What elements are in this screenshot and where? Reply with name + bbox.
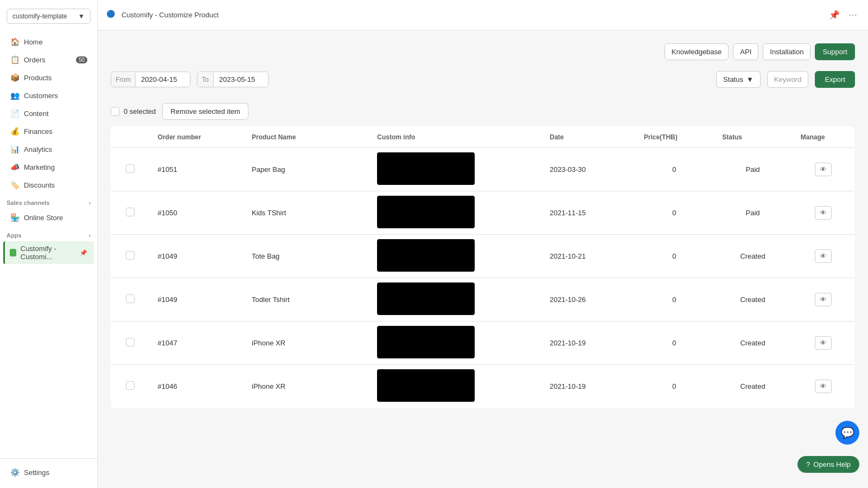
custom-info-image: [377, 196, 475, 228]
sidebar-item-content[interactable]: 📄 Content: [3, 105, 94, 122]
row-date-1: 2021-11-15: [541, 191, 635, 235]
status-filter-button[interactable]: Status ▼: [716, 71, 761, 88]
topbar-left: 🔵 Customify - Customize Product: [106, 10, 219, 21]
row-custom-5: [368, 365, 541, 408]
knowledgebase-button[interactable]: Knowledgebase: [665, 43, 729, 60]
sidebar-item-marketing[interactable]: 📣 Marketing: [3, 158, 94, 176]
sales-channels-expand-icon: ›: [89, 200, 91, 206]
sidebar-item-customers-label: Customers: [24, 92, 58, 100]
row-price-4: 0: [635, 322, 714, 365]
view-button[interactable]: 👁: [815, 293, 832, 306]
row-order-2: #1049: [149, 235, 243, 278]
eye-icon: 👁: [820, 382, 827, 390]
row-product-5: iPhone XR: [243, 365, 368, 408]
row-select-checkbox[interactable]: [126, 208, 135, 216]
row-select-checkbox[interactable]: [126, 338, 135, 346]
custom-info-image: [377, 282, 475, 315]
sidebar-item-products[interactable]: 📦 Products: [3, 69, 94, 86]
row-select-checkbox[interactable]: [126, 381, 135, 390]
col-header-price: Price(THB): [635, 127, 714, 148]
row-status-5: Created: [713, 365, 792, 408]
row-select-checkbox[interactable]: [126, 251, 135, 260]
sidebar-item-discounts-label: Discounts: [24, 181, 55, 189]
view-button[interactable]: 👁: [815, 380, 832, 393]
finances-icon: 💰: [10, 126, 20, 136]
products-icon: 📦: [10, 73, 20, 82]
row-status-0: Paid: [713, 148, 792, 191]
keyword-filter-button[interactable]: Keyword: [767, 71, 809, 88]
eye-icon: 👁: [820, 252, 827, 260]
date-from-input[interactable]: [136, 72, 190, 87]
eye-icon: 👁: [820, 339, 827, 347]
row-price-2: 0: [635, 235, 714, 278]
orders-icon: 📋: [10, 55, 20, 65]
sidebar-item-settings-label: Settings: [24, 468, 49, 477]
store-selector[interactable]: customify-template ▼: [7, 9, 91, 24]
select-all-group: 0 selected: [111, 107, 156, 116]
orders-table: Order number Product Name Custom info Da…: [111, 126, 855, 408]
online-store-icon: 🏪: [10, 213, 20, 222]
messenger-button[interactable]: 💬: [835, 421, 859, 445]
export-button[interactable]: Export: [815, 71, 855, 88]
row-order-0: #1051: [149, 148, 243, 191]
row-custom-3: [368, 278, 541, 322]
more-button[interactable]: ⋯: [846, 8, 859, 22]
sidebar-item-home[interactable]: 🏠 Home: [3, 33, 94, 50]
date-from-group: From: [111, 72, 190, 87]
sidebar-item-home-label: Home: [24, 38, 43, 46]
sidebar-item-customers[interactable]: 👥 Customers: [3, 87, 94, 104]
sidebar-item-customify[interactable]: Customify - Customi... 📌: [3, 241, 94, 264]
row-manage-3: 👁: [792, 278, 855, 322]
table-row: #1050 Kids TShirt 2021-11-15 0 Paid 👁: [111, 191, 855, 235]
row-status-1: Paid: [713, 191, 792, 235]
row-status-2: Created: [713, 235, 792, 278]
date-to-input[interactable]: [214, 72, 268, 87]
sidebar-item-analytics-label: Analytics: [24, 145, 52, 153]
status-filter-arrow: ▼: [746, 75, 754, 84]
view-button[interactable]: 👁: [815, 249, 832, 263]
table-row: #1047 iPhone XR 2021-10-19 0 Created 👁: [111, 322, 855, 365]
sidebar-item-orders[interactable]: 📋 Orders 50: [3, 51, 94, 68]
sidebar: customify-template ▼ 🏠 Home 📋 Orders 50 …: [0, 0, 98, 488]
eye-icon: 👁: [820, 209, 827, 217]
analytics-icon: 📊: [10, 144, 20, 154]
row-manage-4: 👁: [792, 322, 855, 365]
select-all-checkbox[interactable]: [111, 107, 119, 116]
eye-icon: 👁: [820, 296, 827, 304]
row-select-checkbox[interactable]: [126, 294, 135, 303]
row-product-4: iPhone XR: [243, 322, 368, 365]
row-custom-2: [368, 235, 541, 278]
sidebar-item-online-store[interactable]: 🏪 Online Store: [3, 209, 94, 226]
customers-icon: 👥: [10, 91, 20, 100]
date-to-label: To: [197, 73, 214, 87]
sidebar-item-analytics[interactable]: 📊 Analytics: [3, 140, 94, 158]
sales-channels-label: Sales channels ›: [0, 194, 97, 208]
view-button[interactable]: 👁: [815, 163, 832, 176]
row-manage-5: 👁: [792, 365, 855, 408]
api-button[interactable]: API: [733, 43, 758, 60]
row-checkbox-5: [111, 365, 149, 408]
view-button[interactable]: 👁: [815, 336, 832, 350]
apps-section-label: Apps ›: [0, 227, 97, 241]
discounts-icon: 🏷️: [10, 180, 20, 190]
pin-button[interactable]: 📌: [827, 8, 842, 22]
row-manage-2: 👁: [792, 235, 855, 278]
support-button[interactable]: Support: [815, 43, 855, 60]
sidebar-item-settings[interactable]: ⚙️ Settings: [3, 464, 94, 481]
sidebar-item-finances[interactable]: 💰 Finances: [3, 123, 94, 140]
col-header-manage: Manage: [792, 127, 855, 148]
sidebar-item-discounts[interactable]: 🏷️ Discounts: [3, 176, 94, 194]
sidebar-item-orders-label: Orders: [24, 56, 46, 64]
view-button[interactable]: 👁: [815, 206, 832, 220]
col-header-order: Order number: [149, 127, 243, 148]
help-button[interactable]: ? Opens Help: [797, 456, 859, 473]
installation-button[interactable]: Installation: [763, 43, 810, 60]
table-header-row: Order number Product Name Custom info Da…: [111, 127, 855, 148]
row-price-0: 0: [635, 148, 714, 191]
remove-selected-button[interactable]: Remove selected item: [162, 103, 248, 120]
sidebar-item-content-label: Content: [24, 110, 49, 118]
customify-pin-icon: 📌: [80, 249, 87, 256]
sidebar-item-customify-label: Customify - Customi...: [21, 245, 79, 261]
row-custom-1: [368, 191, 541, 235]
row-select-checkbox[interactable]: [126, 164, 135, 173]
